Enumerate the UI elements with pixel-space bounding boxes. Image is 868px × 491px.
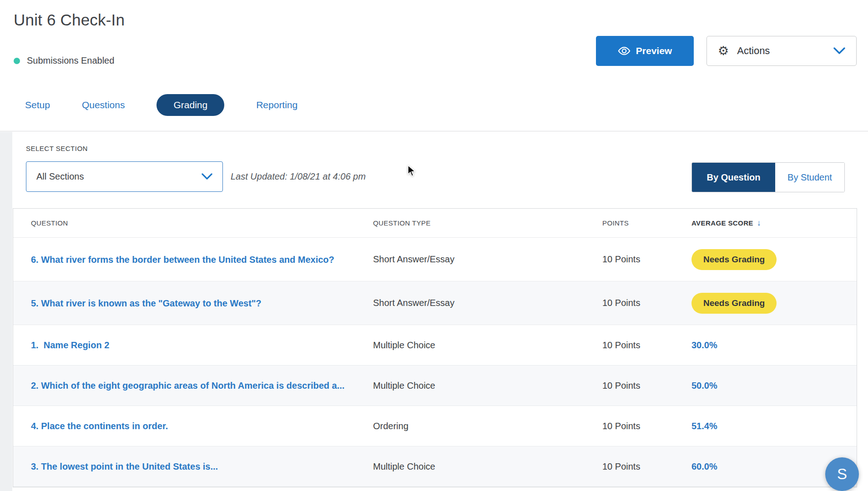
average-score-value: 60.0% — [691, 461, 717, 471]
table-row: 1. Name Region 2 Multiple Choice 10 Poin… — [13, 325, 857, 366]
mouse-cursor-icon — [407, 165, 418, 177]
points-value: 10 Points — [602, 421, 691, 431]
by-student-toggle[interactable]: By Student — [775, 163, 844, 192]
question-type: Multiple Choice — [373, 381, 602, 391]
last-updated-text: Last Updated: 1/08/21 at 4:06 pm — [231, 171, 366, 182]
question-type: Short Answer/Essay — [373, 254, 602, 265]
avatar-initial: S — [837, 466, 847, 483]
assessment-grading-page: Unit 6 Check-In Submissions Enabled Prev… — [0, 0, 868, 491]
needs-grading-badge: Needs Grading — [691, 293, 777, 314]
status-label: Submissions Enabled — [27, 55, 114, 66]
eye-icon — [618, 45, 631, 57]
submissions-status: Submissions Enabled — [14, 55, 114, 66]
table-row: 2. Which of the eight geographic areas o… — [13, 366, 857, 406]
question-link[interactable]: 5. What river is known as the "Gateway t… — [31, 297, 262, 309]
question-link[interactable]: 3. The lowest point in the United States… — [31, 461, 218, 472]
section-select-value: All Sections — [36, 171, 84, 182]
column-header-points[interactable]: POINTS — [602, 219, 691, 227]
question-link[interactable]: 2. Which of the eight geographic areas o… — [31, 380, 344, 391]
table-row: 5. What river is known as the "Gateway t… — [13, 281, 857, 325]
tab-questions[interactable]: Questions — [82, 100, 125, 110]
gear-icon: ⚙ — [718, 45, 729, 57]
question-link[interactable]: 4. Place the continents in order. — [31, 420, 168, 432]
points-value: 10 Points — [602, 381, 691, 391]
table-row: 6. What river forms the border between t… — [13, 238, 857, 281]
column-header-question-type[interactable]: QUESTION TYPE — [373, 219, 602, 227]
average-score-value: 50.0% — [691, 381, 717, 391]
points-value: 10 Points — [602, 254, 691, 265]
table-row: 3. The lowest point in the United States… — [13, 446, 857, 487]
page-title: Unit 6 Check-In — [14, 11, 125, 29]
page-header: Unit 6 Check-In Submissions Enabled Prev… — [0, 0, 868, 131]
chevron-down-icon — [202, 173, 212, 180]
actions-button[interactable]: ⚙ Actions — [707, 36, 857, 66]
tab-grading[interactable]: Grading — [156, 94, 224, 116]
sort-descending-icon: ↓ — [757, 218, 761, 228]
actions-button-label: Actions — [737, 45, 770, 57]
table-header-row: QUESTION QUESTION TYPE POINTS AVERAGE SC… — [13, 209, 857, 238]
questions-table: QUESTION QUESTION TYPE POINTS AVERAGE SC… — [13, 208, 857, 487]
needs-grading-badge: Needs Grading — [691, 249, 777, 270]
tab-bar: Setup Questions Grading Reporting — [25, 93, 298, 117]
question-type: Multiple Choice — [373, 461, 602, 472]
points-value: 10 Points — [602, 298, 691, 308]
column-header-average-score[interactable]: AVERAGE SCORE ↓ — [691, 218, 857, 228]
points-value: 10 Points — [602, 340, 691, 351]
view-toggle: By Question By Student — [691, 162, 845, 192]
question-link[interactable]: 1. Name Region 2 — [31, 339, 109, 351]
tab-reporting[interactable]: Reporting — [256, 100, 298, 110]
section-select[interactable]: All Sections — [26, 161, 223, 192]
question-type: Short Answer/Essay — [373, 298, 602, 308]
by-question-toggle[interactable]: By Question — [692, 163, 775, 192]
question-type: Ordering — [373, 421, 602, 431]
preview-button-label: Preview — [636, 45, 672, 56]
select-section-label: SELECT SECTION — [26, 145, 88, 152]
tab-setup[interactable]: Setup — [25, 100, 50, 110]
average-score-value: 51.4% — [691, 421, 717, 431]
column-header-question[interactable]: QUESTION — [13, 219, 373, 227]
average-score-value: 30.0% — [691, 340, 717, 350]
user-avatar[interactable]: S — [825, 457, 859, 491]
question-type: Multiple Choice — [373, 340, 602, 351]
chevron-down-icon — [833, 47, 845, 55]
question-link[interactable]: 6. What river forms the border between t… — [31, 254, 334, 266]
table-row: 4. Place the continents in order. Orderi… — [13, 406, 857, 446]
points-value: 10 Points — [602, 461, 691, 472]
left-gutter — [0, 132, 12, 491]
preview-button[interactable]: Preview — [596, 36, 694, 66]
status-dot-icon — [14, 58, 20, 64]
